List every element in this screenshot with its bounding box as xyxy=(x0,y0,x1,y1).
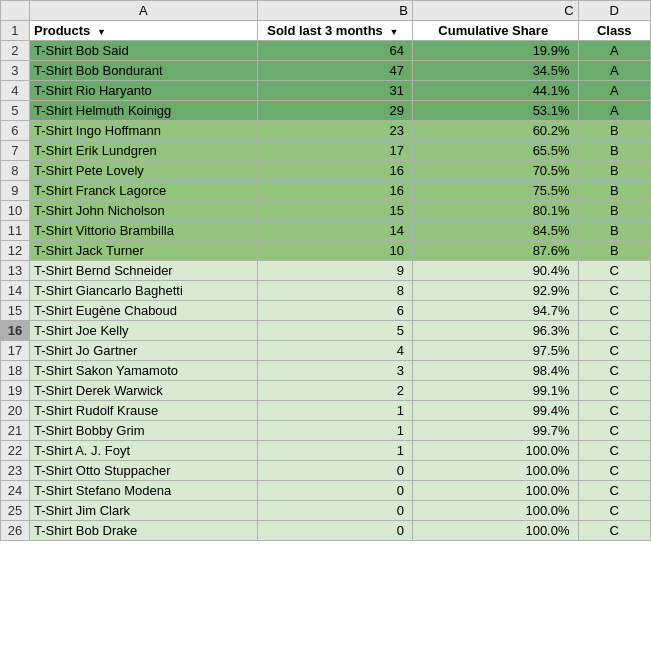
class-value: C xyxy=(578,301,650,321)
list-item: T-Shirt Erik Lundgren xyxy=(29,141,257,161)
list-item: T-Shirt Eugène Chaboud xyxy=(29,301,257,321)
cumulative-value: 19.9% xyxy=(412,41,578,61)
sold-value: 31 xyxy=(257,81,412,101)
row-num-5: 5 xyxy=(1,101,30,121)
cumulative-value: 34.5% xyxy=(412,61,578,81)
sold-value: 64 xyxy=(257,41,412,61)
cumulative-value: 100.0% xyxy=(412,501,578,521)
cumulative-value: 97.5% xyxy=(412,341,578,361)
row-num-26: 26 xyxy=(1,521,30,541)
class-value: C xyxy=(578,341,650,361)
list-item: T-Shirt Bob Bondurant xyxy=(29,61,257,81)
list-item: T-Shirt Jim Clark xyxy=(29,501,257,521)
sold-value: 3 xyxy=(257,361,412,381)
sold-value: 5 xyxy=(257,321,412,341)
row-num-20: 20 xyxy=(1,401,30,421)
class-value: C xyxy=(578,261,650,281)
list-item: T-Shirt Jack Turner xyxy=(29,241,257,261)
class-value: C xyxy=(578,501,650,521)
sold-value: 47 xyxy=(257,61,412,81)
list-item: T-Shirt Bernd Schneider xyxy=(29,261,257,281)
cumulative-value: 100.0% xyxy=(412,481,578,501)
row-num-14: 14 xyxy=(1,281,30,301)
class-value: B xyxy=(578,241,650,261)
row-num-19: 19 xyxy=(1,381,30,401)
row-num-10: 10 xyxy=(1,201,30,221)
col-header-b: B xyxy=(257,1,412,21)
list-item: T-Shirt Rudolf Krause xyxy=(29,401,257,421)
row-num-23: 23 xyxy=(1,461,30,481)
cumulative-value: 94.7% xyxy=(412,301,578,321)
class-value: C xyxy=(578,461,650,481)
list-item: T-Shirt Derek Warwick xyxy=(29,381,257,401)
sold-value: 16 xyxy=(257,161,412,181)
class-value: B xyxy=(578,221,650,241)
list-item: T-Shirt Rio Haryanto xyxy=(29,81,257,101)
sold-value: 2 xyxy=(257,381,412,401)
cumulative-value: 100.0% xyxy=(412,441,578,461)
class-value: C xyxy=(578,401,650,421)
list-item: T-Shirt A. J. Foyt xyxy=(29,441,257,461)
header-products: Products ▼ xyxy=(29,21,257,41)
row-num-8: 8 xyxy=(1,161,30,181)
header-class: Class xyxy=(578,21,650,41)
class-value: A xyxy=(578,101,650,121)
row-num-18: 18 xyxy=(1,361,30,381)
sold-value: 29 xyxy=(257,101,412,121)
header-cumulative: Cumulative Share xyxy=(412,21,578,41)
cumulative-value: 92.9% xyxy=(412,281,578,301)
col-header-c: C xyxy=(412,1,578,21)
list-item: T-Shirt Franck Lagorce xyxy=(29,181,257,201)
list-item: T-Shirt John Nicholson xyxy=(29,201,257,221)
sold-value: 0 xyxy=(257,521,412,541)
cumulative-value: 44.1% xyxy=(412,81,578,101)
sold-value: 1 xyxy=(257,401,412,421)
class-value: C xyxy=(578,281,650,301)
cumulative-value: 75.5% xyxy=(412,181,578,201)
class-value: A xyxy=(578,61,650,81)
cumulative-value: 80.1% xyxy=(412,201,578,221)
cumulative-value: 96.3% xyxy=(412,321,578,341)
row-num-24: 24 xyxy=(1,481,30,501)
class-value: B xyxy=(578,141,650,161)
cumulative-value: 60.2% xyxy=(412,121,578,141)
filter-icon-a[interactable]: ▼ xyxy=(97,27,106,37)
row-num-9: 9 xyxy=(1,181,30,201)
sold-value: 16 xyxy=(257,181,412,201)
corner-cell xyxy=(1,1,30,21)
sold-value: 14 xyxy=(257,221,412,241)
list-item: T-Shirt Stefano Modena xyxy=(29,481,257,501)
sold-value: 1 xyxy=(257,441,412,461)
cumulative-value: 90.4% xyxy=(412,261,578,281)
list-item: T-Shirt Giancarlo Baghetti xyxy=(29,281,257,301)
list-item: T-Shirt Ingo Hoffmann xyxy=(29,121,257,141)
spreadsheet: A B C D 1 Products ▼ Sold last 3 months … xyxy=(0,0,651,541)
row-num-25: 25 xyxy=(1,501,30,521)
sold-value: 23 xyxy=(257,121,412,141)
class-value: B xyxy=(578,161,650,181)
list-item: T-Shirt Helmuth Koinigg xyxy=(29,101,257,121)
sold-value: 10 xyxy=(257,241,412,261)
row-num-22: 22 xyxy=(1,441,30,461)
sold-value: 0 xyxy=(257,501,412,521)
row-num-7: 7 xyxy=(1,141,30,161)
list-item: T-Shirt Sakon Yamamoto xyxy=(29,361,257,381)
class-value: B xyxy=(578,121,650,141)
class-value: C xyxy=(578,441,650,461)
sold-value: 4 xyxy=(257,341,412,361)
cumulative-value: 100.0% xyxy=(412,521,578,541)
filter-icon-b[interactable]: ▼ xyxy=(389,27,398,37)
class-value: C xyxy=(578,381,650,401)
sold-value: 0 xyxy=(257,461,412,481)
row-num-17: 17 xyxy=(1,341,30,361)
row-num-12: 12 xyxy=(1,241,30,261)
cumulative-value: 99.7% xyxy=(412,421,578,441)
cumulative-value: 100.0% xyxy=(412,461,578,481)
col-header-a: A xyxy=(29,1,257,21)
cumulative-value: 65.5% xyxy=(412,141,578,161)
sold-value: 9 xyxy=(257,261,412,281)
col-header-d: D xyxy=(578,1,650,21)
list-item: T-Shirt Pete Lovely xyxy=(29,161,257,181)
class-value: C xyxy=(578,321,650,341)
list-item: T-Shirt Bob Said xyxy=(29,41,257,61)
